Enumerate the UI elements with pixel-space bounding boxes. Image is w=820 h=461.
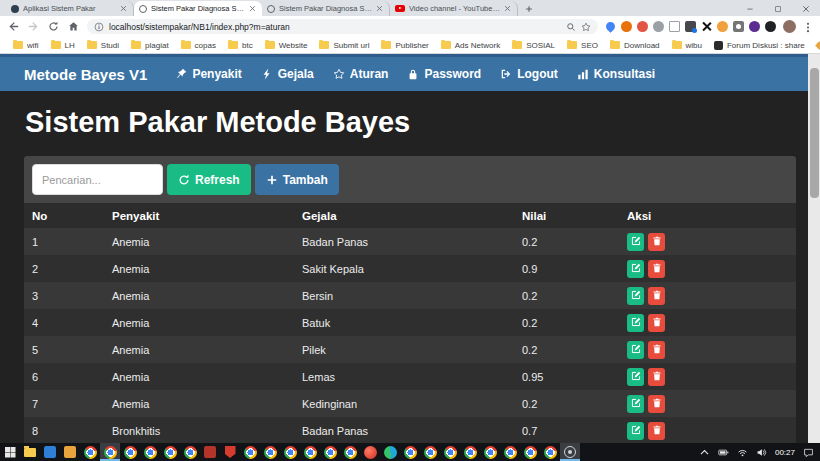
edit-button[interactable] xyxy=(627,314,644,332)
edit-button[interactable] xyxy=(627,287,644,305)
orange-extension[interactable] xyxy=(621,21,632,32)
nav-item-logout[interactable]: Logout xyxy=(500,67,558,81)
taskbar-item-chrome[interactable] xyxy=(480,443,500,461)
x-extension[interactable] xyxy=(701,21,712,32)
bookmark-item[interactable]: Ads Network xyxy=(436,41,505,50)
taskbar-item-circle-red[interactable] xyxy=(360,443,380,461)
taskbar-item-shield[interactable] xyxy=(220,443,240,461)
taskbar-item-chrome[interactable] xyxy=(120,443,140,461)
nav-item-penyakit[interactable]: Penyakit xyxy=(175,67,241,81)
taskbar-item-chrome[interactable] xyxy=(140,443,160,461)
bookmark-item[interactable]: Website xyxy=(260,41,313,50)
taskbar-item-chrome[interactable] xyxy=(500,443,520,461)
puzzle-extension[interactable] xyxy=(685,21,696,32)
network-icon[interactable] xyxy=(737,446,749,458)
brand-link[interactable]: Metode Bayes V1 xyxy=(24,66,147,83)
taskbar-item-chrome[interactable] xyxy=(180,443,200,461)
bookmark-item[interactable]: wibu xyxy=(667,41,707,50)
taskbar-item-chrome[interactable] xyxy=(400,443,420,461)
taskbar-item-cast[interactable] xyxy=(560,443,580,461)
square-extension[interactable] xyxy=(669,21,680,32)
purple-extension[interactable] xyxy=(749,21,760,32)
search-input[interactable] xyxy=(32,164,163,195)
dark-star-extension[interactable] xyxy=(765,21,776,32)
add-button[interactable]: Tambah xyxy=(255,164,339,195)
taskbar-item-chrome[interactable] xyxy=(240,443,260,461)
nav-item-password[interactable]: Password xyxy=(407,67,481,81)
delete-button[interactable] xyxy=(648,314,665,332)
yellow-extension[interactable] xyxy=(717,21,728,32)
edit-button[interactable] xyxy=(627,422,644,440)
tab-close-icon[interactable] xyxy=(120,5,128,13)
edit-button[interactable] xyxy=(627,341,644,359)
close-button[interactable] xyxy=(792,0,820,16)
reload-button[interactable] xyxy=(47,20,60,33)
taskbar-item-circle-blue[interactable] xyxy=(380,443,400,461)
taskbar-item-chrome[interactable] xyxy=(160,443,180,461)
taskbar-item-chrome[interactable] xyxy=(340,443,360,461)
grey-globe-extension[interactable] xyxy=(653,21,664,32)
minimize-button[interactable] xyxy=(736,0,764,16)
taskbar-item-app-orange[interactable] xyxy=(60,443,80,461)
bookmark-item[interactable]: Submit url xyxy=(314,41,374,50)
edit-button[interactable] xyxy=(627,395,644,413)
browser-tab[interactable]: Sistem Pakar Diagnosa Sistem P... xyxy=(262,1,390,16)
back-button[interactable] xyxy=(7,20,20,33)
forward-button[interactable] xyxy=(27,20,40,33)
taskbar-item-chrome[interactable] xyxy=(300,443,320,461)
browser-tab[interactable]: Sistem Pakar Diagnosa Sistem P... xyxy=(134,1,262,16)
taskbar-item-chrome[interactable] xyxy=(280,443,300,461)
bookmark-item[interactable]: plagiat xyxy=(126,41,174,50)
taskbar-item-chrome[interactable] xyxy=(540,443,560,461)
bookmark-item[interactable]: copas xyxy=(176,41,221,50)
taskbar-item-chrome[interactable] xyxy=(100,443,120,461)
delete-button[interactable] xyxy=(648,287,665,305)
edit-button[interactable] xyxy=(627,260,644,278)
home-button[interactable] xyxy=(67,20,80,33)
profile-avatar[interactable] xyxy=(783,20,796,33)
battery-icon[interactable] xyxy=(718,446,730,458)
address-bar[interactable]: localhost/sistempakar/NB1/index.php?m=at… xyxy=(87,19,598,34)
refresh-button[interactable]: Refresh xyxy=(167,164,251,195)
edit-button[interactable] xyxy=(627,233,644,251)
bookmark-item[interactable]: Publisher xyxy=(376,41,433,50)
bookmark-item[interactable]: SEO xyxy=(562,41,603,50)
taskbar-item-chrome[interactable] xyxy=(520,443,540,461)
bookmark-item[interactable]: Studi xyxy=(82,41,124,50)
scrollbar-thumb[interactable] xyxy=(810,68,819,198)
browser-tab[interactable]: Aplikasi Sistem Pakar xyxy=(6,1,134,16)
taskbar-item-folder[interactable] xyxy=(20,443,40,461)
tab-close-icon[interactable] xyxy=(504,5,512,13)
taskbar-item-chrome[interactable] xyxy=(80,443,100,461)
taskbar-item-filezilla[interactable] xyxy=(200,443,220,461)
camera-extension[interactable] xyxy=(733,21,744,32)
location-pin-extension[interactable] xyxy=(604,20,617,33)
browser-menu-button[interactable] xyxy=(803,20,813,33)
delete-button[interactable] xyxy=(648,395,665,413)
bookmark-item[interactable]: SOSIAL xyxy=(507,41,560,50)
tab-close-icon[interactable] xyxy=(249,5,257,13)
bookmark-item[interactable]: btc xyxy=(223,41,258,50)
new-tab-button[interactable] xyxy=(522,2,536,16)
zoom-icon[interactable] xyxy=(566,22,576,32)
site-info-icon[interactable] xyxy=(94,22,104,32)
taskbar-item-chrome[interactable] xyxy=(260,443,280,461)
bookmark-item[interactable]: Forum Diskusi : share xyxy=(709,41,810,50)
delete-button[interactable] xyxy=(648,422,665,440)
bookmark-item[interactable]: Customized Code -... xyxy=(812,41,820,50)
browser-tab[interactable]: Video channel - YouTube Studio xyxy=(390,1,518,16)
clock[interactable]: 00:27 xyxy=(775,448,795,457)
nav-item-gejala[interactable]: Gejala xyxy=(261,67,314,81)
taskbar-item-app-blue[interactable] xyxy=(40,443,60,461)
delete-button[interactable] xyxy=(648,260,665,278)
tab-close-icon[interactable] xyxy=(376,5,384,13)
tray-chevron-up-icon[interactable] xyxy=(699,446,711,458)
action-center-icon[interactable] xyxy=(802,446,814,458)
volume-icon[interactable] xyxy=(756,446,768,458)
delete-button[interactable] xyxy=(648,341,665,359)
taskbar-item-chrome[interactable] xyxy=(320,443,340,461)
bookmark-star-icon[interactable] xyxy=(581,22,591,32)
start-button[interactable] xyxy=(0,443,20,461)
page-scrollbar[interactable] xyxy=(808,54,820,443)
edit-button[interactable] xyxy=(627,368,644,386)
